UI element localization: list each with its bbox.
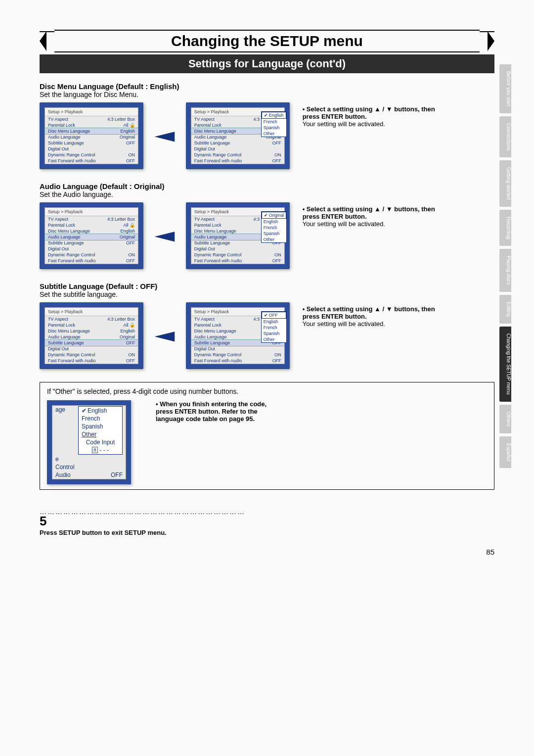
osd-breadcrumb: Setup > Playback xyxy=(45,308,138,316)
osd-label: Parental Lock xyxy=(194,223,222,228)
code-input-value[interactable]: 🄷 - - - xyxy=(79,446,122,454)
osd-row[interactable]: TV Aspect4:3 Letter Box xyxy=(45,216,138,222)
popup-option[interactable]: OFF xyxy=(262,312,286,319)
osd-label: Audio Language xyxy=(194,334,227,339)
osd-value: OFF xyxy=(272,141,281,145)
osd-row[interactable]: Digital Out xyxy=(191,146,284,152)
popup-option[interactable]: Spanish xyxy=(262,331,286,336)
step-number: 5 xyxy=(40,514,494,529)
osd-row[interactable]: Dynamic Range ControlON xyxy=(45,352,138,358)
osd-row[interactable]: TV Aspect4:3 Letter Box xyxy=(45,316,138,322)
osd-row[interactable]: Digital Out xyxy=(191,246,284,252)
popup-option[interactable]: French xyxy=(79,415,122,423)
osd-row[interactable]: Audio LanguageOriginal xyxy=(45,234,138,240)
side-tab[interactable]: Playing discs xyxy=(499,249,511,291)
side-tab[interactable]: Connections xyxy=(499,116,511,158)
popup-audio: OriginalEnglishFrenchSpanishOther xyxy=(261,211,287,243)
popup-option[interactable]: Spanish xyxy=(262,231,286,236)
osd-row[interactable]: Fast Forward with AudioOFF xyxy=(191,158,284,164)
osd-label: Fast Forward with Audio xyxy=(48,358,96,363)
popup-option[interactable]: French xyxy=(262,325,286,331)
osd-row[interactable]: Disc Menu LanguageEnglish xyxy=(45,228,138,234)
osd-label: Audio Language xyxy=(48,334,81,339)
osd-row[interactable]: Subtitle LanguageOFF xyxy=(45,340,138,346)
section-subtitle: Subtitle Language (Default : OFF) Set th… xyxy=(40,282,494,369)
osd-label: Fast Forward with Audio xyxy=(48,158,96,163)
osd-value: OFF xyxy=(272,258,281,263)
osd-row[interactable]: Parental LockAll 🔒 xyxy=(45,322,138,328)
popup-option[interactable]: Other xyxy=(262,336,286,342)
osd-row[interactable]: Subtitle LanguageOFF xyxy=(191,140,284,146)
osd-breadcrumb: Setup > Playback xyxy=(45,108,138,116)
popup-option[interactable]: French xyxy=(262,225,286,231)
osd-label: Dynamic Range Control xyxy=(194,152,242,157)
side-tab[interactable]: Editing xyxy=(499,295,511,324)
osd-left: Setup > PlaybackTV Aspect4:3 Letter BoxP… xyxy=(40,302,143,369)
popup-option[interactable]: English xyxy=(262,319,286,325)
osd-label: Digital Out xyxy=(194,146,215,151)
popup-option[interactable]: Other xyxy=(262,236,286,242)
osd-label: Dynamic Range Control xyxy=(194,352,242,357)
osd-label: Dynamic Range Control xyxy=(48,152,95,157)
title-text-2: SETUP xyxy=(270,33,319,49)
popup-option[interactable]: Other xyxy=(79,430,122,438)
osd-row[interactable]: Digital Out xyxy=(45,246,138,252)
osd-breadcrumb: Setup > Playback xyxy=(45,208,138,216)
osd-right: OFFEnglishFrenchSpanishOther Setup > Pla… xyxy=(186,302,290,369)
osd-value: All 🔒 xyxy=(123,323,135,328)
osd-label: Fast Forward with Audio xyxy=(48,258,96,263)
popup-option[interactable]: Spanish xyxy=(262,125,286,131)
popup-option[interactable]: Other xyxy=(262,131,286,137)
side-tab[interactable]: Recording xyxy=(499,210,511,246)
osd-label: Digital Out xyxy=(48,246,69,251)
note-plain: Your setting will be activated. xyxy=(303,120,385,128)
osd-row[interactable]: Dynamic Range ControlON xyxy=(191,152,284,158)
osd-row[interactable]: Subtitle LanguageOFF xyxy=(45,140,138,146)
osd-row[interactable]: Fast Forward with AudioOFF xyxy=(45,358,138,364)
popup-option[interactable]: Spanish xyxy=(79,423,122,430)
osd-row[interactable]: Fast Forward with AudioOFF xyxy=(45,158,138,164)
popup-option[interactable]: English xyxy=(262,112,286,119)
osd-label: Dynamic Range Control xyxy=(48,252,95,257)
osd-row[interactable]: Digital Out xyxy=(191,346,284,352)
osd-label: Audio Language xyxy=(48,135,81,140)
osd-row[interactable]: Disc Menu LanguageEnglish xyxy=(45,328,138,334)
osd-row[interactable]: Audio LanguageOriginal xyxy=(45,334,138,340)
osd-value: ON xyxy=(129,252,135,257)
osd-row[interactable]: TV Aspect4:3 Letter Box xyxy=(45,116,138,122)
popup-option[interactable]: Original xyxy=(262,212,286,219)
osd-row[interactable]: Parental LockAll 🔒 xyxy=(45,222,138,228)
osd-row[interactable]: Fast Forward with AudioOFF xyxy=(45,258,138,264)
osd-row[interactable]: Fast Forward with AudioOFF xyxy=(191,358,284,364)
osd-row[interactable]: Dynamic Range ControlON xyxy=(45,152,138,158)
osd-row[interactable]: Audio LanguageOriginal xyxy=(45,134,138,140)
side-tab[interactable]: Changing the SETUP menu xyxy=(499,327,511,401)
side-tab[interactable]: Others xyxy=(499,405,511,433)
osd-row[interactable]: Dynamic Range ControlON xyxy=(191,352,284,358)
info-box: If "Other" is selected, press 4-digit co… xyxy=(40,382,494,490)
osd-row[interactable]: Digital Out xyxy=(45,146,138,152)
popup-option[interactable]: English xyxy=(79,407,122,415)
osd-label: Parental Lock xyxy=(194,123,222,128)
osd-row[interactable]: Digital Out xyxy=(45,346,138,352)
osd-label: Parental Lock xyxy=(48,223,75,228)
osd-row[interactable]: Dynamic Range ControlON xyxy=(191,252,284,258)
side-tab[interactable]: Getting started xyxy=(499,160,511,207)
popup-option[interactable]: French xyxy=(262,119,286,125)
osd-value: ON xyxy=(129,152,135,157)
code-osd: age English French Spanish Other Code In… xyxy=(47,400,131,484)
osd-value: Original xyxy=(120,334,135,339)
osd-label: Dynamic Range Control xyxy=(48,352,95,357)
side-tab[interactable]: Before you start xyxy=(499,64,511,113)
osd-row[interactable]: Disc Menu LanguageEnglish xyxy=(45,128,138,134)
instruction: • Select a setting using ▲ / ▼ buttons, … xyxy=(303,305,441,328)
popup-option[interactable]: English xyxy=(262,219,286,225)
osd-value: ON xyxy=(274,152,281,157)
osd-row[interactable]: Fast Forward with AudioOFF xyxy=(191,258,284,264)
side-tab[interactable]: Español xyxy=(499,436,511,468)
osd-value: 4:3 Letter Box xyxy=(107,117,135,122)
osd-row[interactable]: Dynamic Range ControlON xyxy=(45,252,138,258)
chevron-right-icon xyxy=(480,31,494,51)
osd-row[interactable]: Parental LockAll 🔒 xyxy=(45,122,138,128)
osd-row[interactable]: Subtitle LanguageOFF xyxy=(45,240,138,246)
